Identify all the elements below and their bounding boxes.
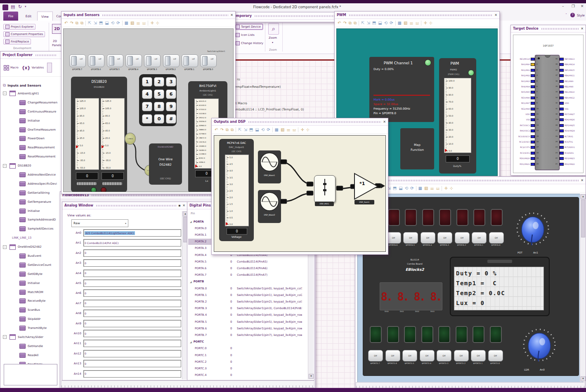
chip-pin-left[interactable]: RC1/SOSCI bbox=[513, 141, 535, 143]
keypad-key-6[interactable]: 6 bbox=[166, 89, 176, 99]
port-button[interactable]: Off bbox=[454, 350, 469, 361]
analog-value-field[interactable]: 0 bbox=[83, 370, 181, 378]
toolbar-icon-12[interactable]: ⚌ bbox=[136, 21, 140, 25]
minimize-button[interactable]: – bbox=[562, 4, 564, 8]
keypad-key-8[interactable]: 8 bbox=[154, 102, 164, 111]
toolbar-icon-15[interactable]: ⊹ bbox=[429, 21, 432, 25]
digital-pin-row[interactable]: PORTB.40SwitchArraySlider1(pin4), keypad… bbox=[188, 312, 302, 318]
analog-value-field[interactable]: 0 bbox=[83, 270, 181, 277]
clipped-tool-icon[interactable] bbox=[47, 63, 52, 73]
tree-link-item[interactable]: LINK_LINE_13 bbox=[0, 233, 61, 242]
digital-pin-row[interactable]: PORTA.60ComboBL0114(PinA6) bbox=[188, 265, 302, 271]
toolbar-icon-0[interactable]: ↶ bbox=[215, 128, 218, 132]
tree-macro-item[interactable]: BusEvent bbox=[0, 251, 61, 261]
toolbar-icon-4[interactable]: ⇱ bbox=[238, 128, 241, 132]
eblocks-hscrollbar-ruler[interactable] bbox=[356, 382, 585, 388]
project-explorer-button[interactable]: Project Explorer bbox=[3, 23, 35, 31]
toolbar-icon-9[interactable]: ⟳ bbox=[410, 186, 414, 190]
toolbar-icon-1[interactable]: ↷ bbox=[343, 21, 346, 25]
chip-pin-right[interactable]: RB5/AN15 bbox=[560, 69, 583, 72]
expander-triangle-icon[interactable]: ◢ bbox=[190, 280, 192, 283]
tree-macro-item[interactable]: SkipAddr bbox=[0, 315, 61, 324]
inputs-panel-toolbar[interactable]: ↶↷⧉⧉⇱⇲⬒⬓⟲⟳▦▧⚌⚍✛⊹ bbox=[61, 19, 235, 27]
analog-value-field[interactable]: 825 ComboBL0114(LightSensor ADC) bbox=[83, 229, 181, 237]
digital-group-row[interactable]: ◢PORTB bbox=[188, 279, 302, 285]
tree-macro-item[interactable]: ReceiveByte bbox=[0, 296, 61, 305]
drag-handle[interactable] bbox=[255, 15, 337, 17]
eblocks-canvas[interactable]: Off$PORTA.7Off$PORTA.6Off$PORTA.5Off$POR… bbox=[357, 194, 583, 383]
port-button[interactable]: Off bbox=[455, 232, 470, 244]
target-device-title[interactable]: Target Device✕ bbox=[511, 25, 586, 33]
chip-pin-right[interactable]: RC7/RX1 bbox=[560, 135, 583, 138]
analog-value-field[interactable]: 0 bbox=[83, 279, 181, 287]
component-properties-button[interactable]: Component Properties bbox=[3, 30, 45, 38]
toolbar-icon-7[interactable]: ⬓ bbox=[399, 186, 402, 190]
toolbar-icon-7[interactable]: ⬓ bbox=[378, 21, 382, 25]
project-explorer-title[interactable]: Project Explorer bbox=[0, 52, 61, 59]
chip-pin-right[interactable]: RD4/AN24 bbox=[560, 129, 583, 132]
digital-group-row[interactable]: ◢PORTC bbox=[188, 339, 302, 345]
toolbar-icon-8[interactable]: ⟲ bbox=[261, 128, 265, 132]
drag-handle[interactable] bbox=[102, 14, 228, 16]
close-icon[interactable]: ✕ bbox=[581, 178, 584, 182]
chip-pin-left[interactable]: RA7/OSC1 bbox=[513, 124, 535, 127]
digital-pin-row[interactable]: PORTC.10 bbox=[188, 352, 302, 358]
drag-handle[interactable] bbox=[541, 28, 579, 30]
keypad-key-*[interactable]: * bbox=[142, 114, 152, 124]
toolbar-icon-10[interactable]: ▦ bbox=[125, 21, 128, 25]
close-button[interactable]: ✕ bbox=[581, 4, 584, 8]
chip-pin-left[interactable]: RD1/AN21 bbox=[513, 163, 535, 166]
toolbar-icon-6[interactable]: ⬒ bbox=[372, 21, 376, 25]
tab-file[interactable]: File bbox=[3, 12, 18, 21]
tree-component-item[interactable]: −SwitchArraySlider bbox=[0, 333, 61, 342]
digital-pin-row[interactable]: PORTB.20SwitchArraySlider1(pin2), keypad… bbox=[188, 298, 302, 305]
chip-pin-right[interactable]: RB1/AN10 bbox=[560, 91, 583, 94]
analog-value-field[interactable]: 0 bbox=[83, 320, 181, 327]
toolbar-icon-4[interactable]: ⇱ bbox=[88, 21, 91, 25]
analog-value-field[interactable]: 0 bbox=[83, 249, 181, 257]
toolbar-icon-9[interactable]: ⟳ bbox=[116, 21, 120, 25]
ds18b20-scale-1[interactable]: 125.0105.085.065.045.025.05.0-15.0-35.0-… bbox=[75, 98, 99, 170]
digital-pin-row[interactable]: PORTA.50ComboBL0114(PinA5) bbox=[188, 258, 302, 265]
close-icon[interactable]: ✕ bbox=[494, 13, 497, 17]
expander-icon[interactable]: − bbox=[3, 92, 7, 95]
toolbar-icon-9[interactable]: ⟳ bbox=[390, 21, 393, 25]
tree-component-item[interactable]: −OneWireDS2482 bbox=[0, 242, 61, 251]
toolbar-icon-11[interactable]: ▧ bbox=[424, 186, 428, 190]
chip-pin-left[interactable]: VSS bbox=[513, 118, 535, 121]
toolbar-icon-7[interactable]: ⬓ bbox=[105, 21, 109, 25]
chip-pin-left[interactable]: RC2/CCP1 bbox=[513, 146, 535, 149]
port-button[interactable]: Off bbox=[402, 350, 417, 361]
toggle-switch[interactable]: Off bbox=[200, 54, 217, 67]
expander-icon[interactable]: − bbox=[3, 335, 7, 339]
digital-pin-row[interactable]: PORTB.00SwitchArraySlider1(pin0), keypad… bbox=[188, 285, 302, 291]
style-menu[interactable]: Style bbox=[577, 14, 585, 17]
onewire-node[interactable]: 1-Wire bbox=[125, 133, 136, 145]
expander-icon[interactable]: − bbox=[3, 245, 7, 249]
port-button[interactable]: Off bbox=[403, 232, 418, 244]
tree-component-item[interactable]: −DS18B20 bbox=[0, 161, 61, 170]
icon-lists-toggle[interactable]: Icon Lists bbox=[234, 31, 257, 39]
help-icon[interactable]: ? bbox=[570, 13, 575, 17]
toolbar-icon-2[interactable]: ⧉ bbox=[76, 21, 78, 25]
port-button[interactable]: Off bbox=[368, 350, 383, 361]
keypad-key-3[interactable]: 3 bbox=[166, 77, 176, 87]
port-button[interactable]: Off bbox=[420, 350, 435, 361]
chip-pin-right[interactable]: RB3/AN9 bbox=[560, 80, 583, 83]
tree-macro-item[interactable]: PowerDown bbox=[0, 134, 61, 143]
tree-root-item[interactable]: ⧉ Inputs and Sensors bbox=[0, 82, 61, 89]
chip-pin-right[interactable]: RC5/SDO1 bbox=[560, 146, 583, 149]
toolbar-icon-3[interactable]: ⧉ bbox=[354, 21, 357, 25]
tree-macro-item[interactable]: ContinuousMeasure bbox=[0, 107, 61, 116]
expander-icon[interactable]: − bbox=[3, 164, 7, 168]
port-button[interactable]: Off bbox=[488, 350, 503, 361]
toolbar-icon-14[interactable]: ✛ bbox=[444, 186, 447, 190]
tree-macro-item[interactable]: GetTemperature bbox=[0, 197, 61, 207]
chip-pin-left[interactable]: RA0/AN0 bbox=[513, 63, 535, 66]
keypad-key-2[interactable]: 2 bbox=[154, 77, 164, 87]
drag-handle[interactable] bbox=[358, 180, 579, 181]
toolbar-icon-8[interactable]: ⟲ bbox=[384, 21, 388, 25]
pwm-panel-toolbar[interactable]: ↶↷⧉⧉⇱⇲⬒⬓⟲⟳▦▧⚌⚍✛⊹ bbox=[335, 19, 499, 27]
toolbar-icon-14[interactable]: ✛ bbox=[423, 21, 427, 25]
chip-pin-left[interactable]: RE2/AN8 bbox=[513, 108, 535, 110]
